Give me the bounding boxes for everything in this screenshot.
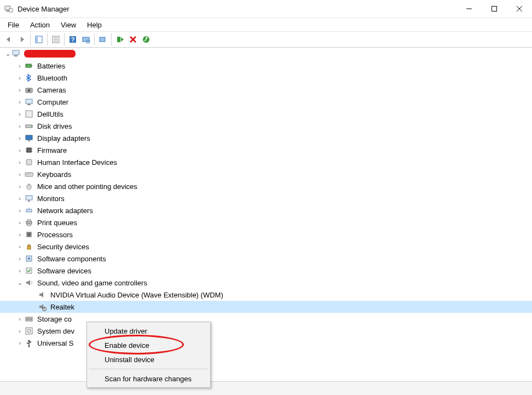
- chevron-right-icon[interactable]: ›: [15, 75, 24, 81]
- device-tree[interactable]: ⌄ ›Batteries›Bluetooth›Cameras›Computer›…: [0, 47, 532, 395]
- chevron-right-icon[interactable]: ›: [15, 99, 24, 105]
- chevron-right-icon[interactable]: ›: [15, 171, 24, 178]
- category-mice[interactable]: ›Mice and other pointing devices: [0, 180, 532, 192]
- category-label: Sound, video and game controllers: [37, 279, 147, 287]
- chevron-right-icon[interactable]: ›: [15, 195, 24, 202]
- chevron-down-icon[interactable]: ⌄: [15, 279, 24, 287]
- svg-rect-24: [26, 64, 31, 67]
- category-batteries[interactable]: ›Batteries: [0, 60, 532, 72]
- maximize-button[interactable]: [482, 0, 507, 18]
- chevron-right-icon[interactable]: ›: [15, 340, 24, 346]
- chevron-right-icon[interactable]: ›: [15, 219, 24, 226]
- update-driver-button[interactable]: [96, 33, 109, 45]
- chevron-right-icon[interactable]: ›: [15, 207, 24, 214]
- context-menu: Update driverEnable deviceUninstall devi…: [86, 322, 211, 388]
- category-keyboards[interactable]: ›Keyboards: [0, 168, 532, 180]
- toolbar-separator: [47, 33, 48, 45]
- network-icon: [24, 205, 34, 215]
- svg-point-63: [27, 317, 28, 318]
- chevron-right-icon[interactable]: ›: [15, 159, 24, 165]
- chevron-right-icon[interactable]: ›: [15, 123, 24, 129]
- chevron-right-icon[interactable]: ›: [15, 62, 24, 69]
- menu-action[interactable]: Action: [26, 19, 54, 31]
- category-dellutils[interactable]: ›DellUtils: [0, 108, 532, 120]
- bluetooth-icon: [24, 73, 34, 83]
- properties-button[interactable]: [49, 33, 62, 45]
- category-usb[interactable]: ›Universal S: [0, 337, 532, 349]
- enable-device-button[interactable]: [113, 33, 126, 45]
- context-menu-enable[interactable]: Enable device: [88, 338, 209, 352]
- category-monitors[interactable]: ›Monitors: [0, 192, 532, 204]
- svg-rect-48: [28, 201, 30, 202]
- back-button[interactable]: [2, 33, 15, 45]
- root-node[interactable]: ⌄: [0, 48, 532, 60]
- device-nvidia-audio[interactable]: NVIDIA Virtual Audio Device (Wave Extens…: [0, 289, 532, 301]
- svg-rect-17: [100, 37, 105, 42]
- chevron-right-icon[interactable]: ›: [15, 111, 24, 117]
- close-button[interactable]: [507, 0, 532, 18]
- category-label: Disk drives: [37, 122, 72, 130]
- menu-help[interactable]: Help: [83, 19, 106, 31]
- context-menu-update[interactable]: Update driver: [88, 324, 209, 338]
- category-netadapters[interactable]: ›Network adapters: [0, 204, 532, 216]
- category-label: Network adapters: [37, 207, 93, 215]
- chevron-right-icon[interactable]: ›: [15, 316, 24, 322]
- svg-rect-8: [36, 36, 38, 43]
- device-realtek[interactable]: Realtek: [0, 301, 532, 313]
- svg-rect-4: [492, 7, 497, 12]
- category-firmware[interactable]: ›Firmware: [0, 144, 532, 156]
- svg-rect-33: [26, 135, 32, 140]
- chevron-right-icon[interactable]: ›: [15, 255, 24, 262]
- category-label: Mice and other pointing devices: [37, 182, 137, 191]
- hid-icon: [24, 157, 34, 167]
- svg-point-32: [31, 126, 32, 127]
- minimize-button[interactable]: [456, 0, 482, 18]
- scan-hardware-button[interactable]: [79, 33, 92, 45]
- redacted-computer-name: [24, 50, 76, 58]
- chevron-right-icon[interactable]: ›: [15, 135, 24, 141]
- menu-file[interactable]: File: [3, 19, 24, 31]
- chevron-right-icon[interactable]: ›: [15, 243, 24, 250]
- category-diskdrives[interactable]: ›Disk drives: [0, 120, 532, 132]
- svg-rect-42: [26, 174, 27, 174]
- category-cameras[interactable]: ›Cameras: [0, 84, 532, 96]
- svg-rect-43: [28, 174, 29, 174]
- menu-view[interactable]: View: [56, 19, 80, 31]
- category-sound[interactable]: ⌄Sound, video and game controllers: [0, 277, 532, 289]
- context-menu-scan[interactable]: Scan for hardware changes: [88, 371, 209, 386]
- svg-rect-34: [28, 140, 30, 141]
- category-computer[interactable]: ›Computer: [0, 96, 532, 108]
- storagectl-icon: [24, 314, 34, 324]
- category-swcomponents[interactable]: ›Software components: [0, 253, 532, 265]
- chevron-right-icon[interactable]: ›: [15, 267, 24, 274]
- show-hide-tree-button[interactable]: [32, 33, 45, 45]
- category-storagectl[interactable]: ›Storage co: [0, 313, 532, 325]
- chevron-right-icon[interactable]: ›: [15, 147, 24, 153]
- category-label: Universal S: [37, 339, 73, 347]
- chevron-right-icon[interactable]: ›: [15, 87, 24, 93]
- category-printqueues[interactable]: ›Print queues: [0, 216, 532, 228]
- category-label: Batteries: [37, 62, 65, 70]
- printer-icon: [24, 217, 34, 227]
- category-security[interactable]: ›Security devices: [0, 241, 532, 253]
- window-title: Device Manager: [18, 5, 70, 13]
- swd-icon: [24, 266, 34, 276]
- forward-button[interactable]: [15, 33, 28, 45]
- category-label: Firmware: [37, 146, 67, 154]
- category-processors[interactable]: ›Processors: [0, 228, 532, 241]
- category-swdevices[interactable]: ›Software devices: [0, 265, 532, 277]
- category-sysdev[interactable]: ›System dev: [0, 325, 532, 337]
- category-bluetooth[interactable]: ›Bluetooth: [0, 72, 532, 84]
- chevron-down-icon[interactable]: ⌄: [3, 50, 12, 58]
- chevron-right-icon[interactable]: ›: [15, 328, 24, 334]
- uninstall-device-button[interactable]: [126, 33, 140, 45]
- chevron-right-icon[interactable]: ›: [15, 183, 24, 190]
- help-button[interactable]: ?: [66, 33, 79, 45]
- context-menu-uninstall[interactable]: Uninstall device: [88, 352, 209, 367]
- refresh-button[interactable]: [140, 33, 153, 45]
- svg-rect-30: [26, 111, 32, 117]
- svg-rect-61: [26, 317, 32, 319]
- category-display[interactable]: ›Display adapters: [0, 132, 532, 144]
- chevron-right-icon[interactable]: ›: [15, 231, 24, 238]
- category-hid[interactable]: ›Human Interface Devices: [0, 156, 532, 168]
